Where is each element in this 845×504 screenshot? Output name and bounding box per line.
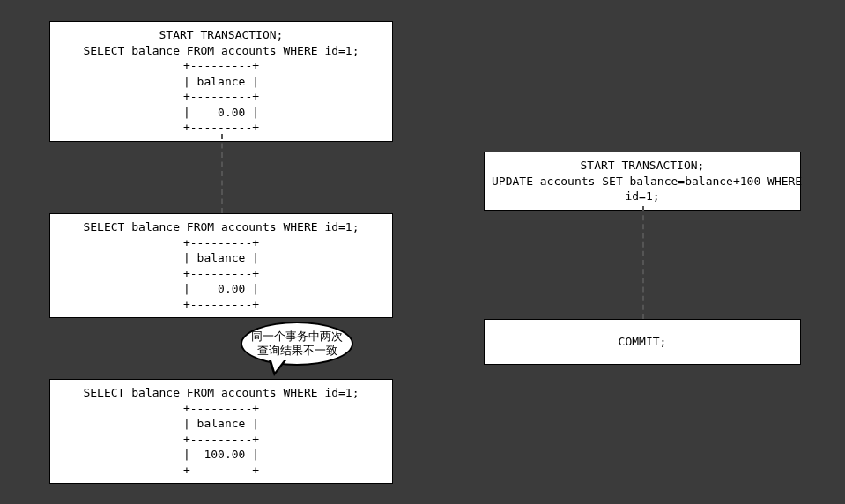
left-box-3: SELECT balance FROM accounts WHERE id=1;… xyxy=(49,379,393,484)
right-box-1: START TRANSACTION; UPDATE accounts SET b… xyxy=(484,152,801,211)
left-box-2: SELECT balance FROM accounts WHERE id=1;… xyxy=(49,213,393,318)
connector-left-1-2 xyxy=(221,134,223,213)
annotation-bubble: 同一个事务中两次 查询结果不一致 xyxy=(241,322,353,366)
right-box-2: COMMIT; xyxy=(484,319,801,365)
left-box-1: START TRANSACTION; SELECT balance FROM a… xyxy=(49,21,393,142)
connector-right-1-2 xyxy=(642,206,644,319)
annotation-text: 同一个事务中两次 查询结果不一致 xyxy=(251,330,343,359)
